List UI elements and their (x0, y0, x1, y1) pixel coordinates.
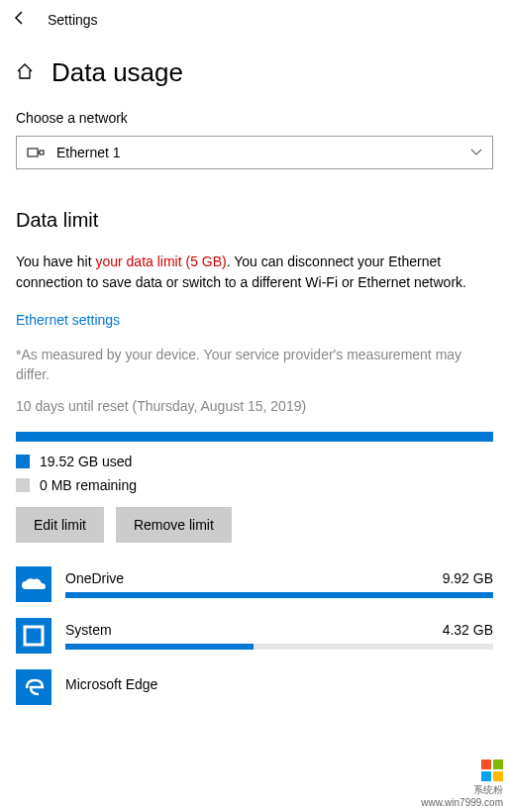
app-row-edge[interactable]: Microsoft Edge (16, 669, 493, 705)
edit-limit-button[interactable]: Edit limit (16, 507, 104, 543)
total-usage-bar (16, 432, 493, 442)
page-title: Data usage (51, 57, 183, 88)
remaining-row: 0 MB remaining (16, 477, 493, 493)
header-title: Settings (48, 12, 98, 28)
network-select-value: Ethernet 1 (56, 145, 121, 160)
ethernet-icon (27, 146, 45, 159)
data-limit-warning-value: your data limit (5 GB) (95, 254, 226, 269)
system-icon (16, 618, 51, 654)
network-select[interactable]: Ethernet 1 (16, 136, 493, 169)
used-row: 19.52 GB used (16, 454, 493, 469)
chevron-down-icon (470, 146, 482, 159)
app-name: Microsoft Edge (65, 676, 157, 692)
watermark-text1: 系统粉 (421, 783, 503, 797)
app-row-onedrive[interactable]: OneDrive 9.92 GB (16, 566, 493, 602)
watermark-text2: www.win7999.com (421, 797, 503, 808)
data-limit-warning: You have hit your data limit (5 GB). You… (16, 252, 493, 293)
microsoft-logo-icon (481, 760, 503, 781)
used-legend-swatch (16, 455, 30, 468)
reset-countdown: 10 days until reset (Thursday, August 15… (16, 398, 493, 414)
measurement-footnote: *As measured by your device. Your servic… (16, 346, 493, 384)
home-icon[interactable] (16, 62, 34, 84)
app-row-system[interactable]: System 4.32 GB (16, 618, 493, 654)
remove-limit-button[interactable]: Remove limit (116, 507, 232, 543)
ethernet-settings-link[interactable]: Ethernet settings (16, 312, 120, 328)
watermark: 系统粉 www.win7999.com (421, 760, 503, 808)
app-name: System (65, 622, 112, 638)
svg-rect-3 (25, 627, 43, 645)
app-usage: 4.32 GB (443, 622, 493, 638)
app-usage-bar (65, 644, 493, 650)
edge-icon (16, 669, 51, 705)
back-button[interactable] (12, 10, 28, 30)
data-limit-heading: Data limit (16, 209, 493, 232)
app-usage-bar (65, 592, 493, 598)
remaining-legend-swatch (16, 478, 30, 492)
app-usage: 9.92 GB (443, 570, 493, 586)
svg-rect-0 (28, 149, 38, 156)
onedrive-icon (16, 566, 51, 602)
used-label: 19.52 GB used (40, 454, 132, 469)
svg-rect-1 (40, 151, 44, 154)
app-name: OneDrive (65, 570, 124, 586)
choose-network-label: Choose a network (16, 110, 493, 126)
remaining-label: 0 MB remaining (40, 477, 137, 493)
